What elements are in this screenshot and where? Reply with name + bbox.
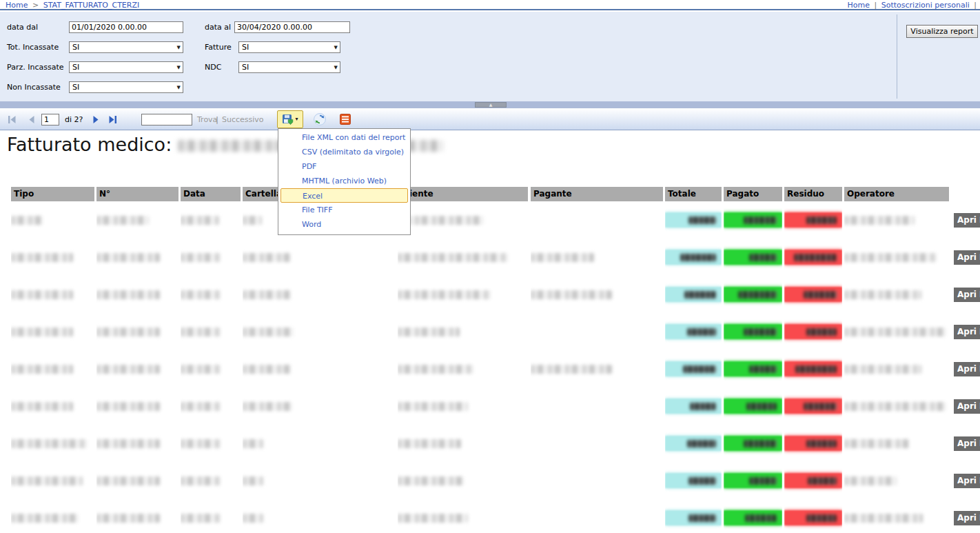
redacted-text xyxy=(11,439,87,448)
apri-button[interactable]: Apri F xyxy=(954,213,980,228)
report-viewer-page: Home > STAT_FATTURATO_CTERZI Home | Sott… xyxy=(0,0,980,533)
splitter-handle[interactable]: ▲ xyxy=(475,102,507,108)
cell-pagante xyxy=(531,425,663,462)
export-menu-item-file-tiff[interactable]: File TIFF xyxy=(278,203,410,217)
cell-tipo xyxy=(11,201,94,239)
column-header-cliente: Cliente xyxy=(398,187,528,201)
redacted-number xyxy=(744,217,777,224)
next-page-icon[interactable] xyxy=(90,114,101,125)
non-incassate-select[interactable]: SI ▼ xyxy=(69,81,183,93)
tot-incassate-select[interactable]: SI ▼ xyxy=(69,41,183,53)
redacted-text xyxy=(398,290,491,299)
non-incassate-value: SI xyxy=(72,83,79,92)
cell-operatore xyxy=(844,239,949,276)
cell-totale xyxy=(665,499,722,533)
cell-cliente xyxy=(398,388,528,425)
parz-incassate-value: SI xyxy=(72,63,79,72)
cell-cliente xyxy=(398,425,528,462)
cell-residuo xyxy=(784,462,842,499)
cell-tipo xyxy=(11,499,94,533)
cell-cliente xyxy=(398,239,528,276)
first-page-icon[interactable] xyxy=(7,114,17,125)
page-total-label: di 2? xyxy=(65,115,83,124)
cell-data xyxy=(181,425,241,462)
redacted-number xyxy=(806,440,837,447)
parz-incassate-select[interactable]: SI ▼ xyxy=(69,61,183,73)
home-link[interactable]: Home xyxy=(848,1,870,10)
cell-pagante xyxy=(531,462,663,499)
cell-residuo xyxy=(784,499,842,533)
export-menu-item-csv-delimitato-da-virgole-[interactable]: CSV (delimitato da virgole) xyxy=(278,145,410,159)
totale-value-box xyxy=(665,473,722,488)
page-number-input[interactable] xyxy=(41,114,59,125)
apri-button[interactable]: Apri F xyxy=(954,325,980,339)
cell-operatore xyxy=(844,425,949,462)
redacted-number xyxy=(688,477,716,485)
apri-button[interactable]: Apri F xyxy=(954,436,980,451)
data-dal-label: data dal xyxy=(7,21,38,33)
data-feed-icon[interactable] xyxy=(339,113,351,125)
apri-button[interactable]: Apri F xyxy=(954,399,980,414)
last-page-icon[interactable] xyxy=(108,114,118,125)
cell-data xyxy=(181,276,241,313)
save-floppy-icon xyxy=(282,114,294,125)
redacted-text xyxy=(398,514,468,523)
redacted-text xyxy=(398,476,464,485)
subscriptions-link[interactable]: Sottoscrizioni personali xyxy=(881,1,970,10)
column-header-data: Data xyxy=(181,187,241,201)
export-menu-item-mhtml-archivio-web-[interactable]: MHTML (archivio Web) xyxy=(278,174,410,188)
chevron-down-icon: ▼ xyxy=(177,45,181,50)
redacted-text xyxy=(181,365,221,374)
pagato-value-box xyxy=(724,250,782,265)
redacted-text xyxy=(844,253,937,262)
ndc-select[interactable]: SI ▼ xyxy=(238,61,340,73)
column-header-pagante: Pagante xyxy=(531,187,663,201)
totale-value-box xyxy=(665,212,722,228)
redacted-number xyxy=(806,328,837,336)
find-next-link[interactable]: Successivo xyxy=(222,115,264,124)
redacted-text xyxy=(11,328,73,336)
view-report-button[interactable]: Visualizza report xyxy=(906,25,978,38)
residuo-value-box xyxy=(784,324,842,339)
redacted-text xyxy=(243,514,263,523)
residuo-value-box xyxy=(784,473,842,488)
find-link[interactable]: Trova xyxy=(197,115,217,124)
data-dal-input[interactable] xyxy=(69,21,183,33)
apri-button[interactable]: Apri F xyxy=(954,362,980,376)
table-row: Apri F xyxy=(11,239,980,276)
data-al-input[interactable] xyxy=(234,21,350,33)
refresh-icon[interactable] xyxy=(314,113,326,125)
apri-button[interactable]: Apri F xyxy=(954,250,980,265)
redacted-text xyxy=(531,365,612,374)
table-row: Apri F xyxy=(11,350,980,388)
export-save-button[interactable]: ▾ xyxy=(277,110,303,128)
export-menu-item-pdf[interactable]: PDF xyxy=(278,159,410,174)
previous-page-icon[interactable] xyxy=(27,114,37,125)
find-next-separator: | xyxy=(216,115,218,124)
apri-button[interactable]: Apri F xyxy=(954,474,980,488)
redacted-text xyxy=(181,216,219,225)
chevron-down-icon: ▼ xyxy=(177,65,181,70)
export-menu-item-excel[interactable]: Excel xyxy=(280,188,408,203)
export-menu-item-file-xml-con-dati-del-report[interactable]: File XML con dati del report xyxy=(278,130,410,145)
search-input[interactable] xyxy=(141,114,192,125)
export-menu-item-word[interactable]: Word xyxy=(278,217,410,232)
redacted-text xyxy=(398,253,508,262)
redacted-text xyxy=(96,290,160,299)
cell-operatore xyxy=(844,499,949,533)
cell-tipo xyxy=(11,239,94,276)
apri-button[interactable]: Apri F xyxy=(954,288,980,302)
redacted-number xyxy=(687,440,716,447)
cell-residuo xyxy=(784,350,842,388)
breadcrumb-home-link[interactable]: Home xyxy=(6,1,28,10)
apri-button[interactable]: Apri F xyxy=(954,511,980,525)
fatture-select[interactable]: SI ▼ xyxy=(238,41,340,53)
residuo-value-box xyxy=(784,361,842,376)
cell-pagante xyxy=(531,276,663,313)
table-row: Apri F xyxy=(11,462,980,499)
breadcrumb-current-link[interactable]: STAT_FATTURATO_CTERZI xyxy=(43,1,140,10)
report-table: Tipo N° Data Cartella Cliente Pagante To… xyxy=(11,187,980,533)
cell-operatore xyxy=(844,350,949,388)
cell-tipo xyxy=(11,313,94,350)
redacted-text xyxy=(531,253,594,262)
